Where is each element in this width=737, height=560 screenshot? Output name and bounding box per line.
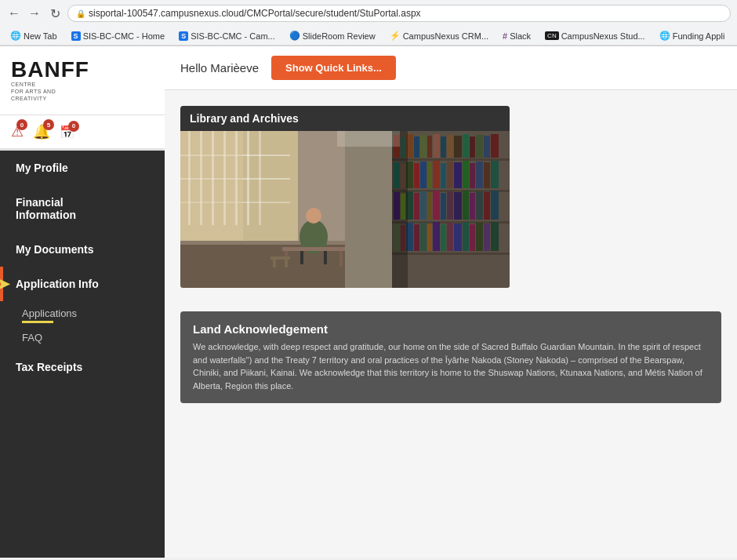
bookmark-slack[interactable]: # Slack	[499, 30, 535, 42]
svg-rect-65	[420, 191, 427, 220]
svg-rect-42	[470, 136, 475, 158]
bookmark-slideroom[interactable]: 🔵 SlideRoom Review	[285, 29, 379, 42]
bookmark-funding[interactable]: 🌐 Funding Appli	[655, 29, 729, 42]
bookmarks-bar: 🌐 New Tab S SIS-BC-CMC - Home S SIS-BC-C…	[0, 27, 737, 45]
svg-rect-45	[491, 134, 499, 158]
svg-rect-72	[470, 193, 475, 220]
svg-rect-52	[433, 161, 440, 188]
svg-rect-53	[441, 163, 446, 188]
svg-rect-39	[447, 135, 453, 158]
svg-rect-60	[491, 161, 499, 188]
svg-rect-34	[414, 136, 419, 158]
svg-rect-70	[454, 192, 462, 220]
svg-rect-79	[414, 224, 419, 251]
bookmark-sis-cam[interactable]: S SIS-BC-CMC - Cam...	[175, 30, 279, 42]
svg-rect-36	[427, 136, 432, 158]
svg-rect-51	[427, 162, 432, 188]
library-svg	[180, 131, 510, 288]
content-area: Library and Archives	[165, 90, 737, 419]
svg-rect-82	[433, 222, 440, 251]
sidebar-item-my-documents[interactable]: My Documents	[0, 232, 165, 267]
bell-badge: 5	[43, 119, 54, 130]
svg-rect-50	[420, 162, 427, 188]
svg-rect-75	[491, 191, 499, 220]
logo-area: BANFF CENTREFOR ARTS ANDCREATIVITY	[0, 46, 165, 115]
svg-rect-35	[420, 135, 427, 158]
library-card: Library and Archives	[180, 106, 510, 288]
sidebar-subitem-faq[interactable]: FAQ	[0, 325, 165, 350]
calendar-badge: 0	[68, 121, 79, 132]
page-container: BANFF CENTREFOR ARTS ANDCREATIVITY ⚠ 0 🔔…	[0, 46, 737, 558]
land-acknowledgement: Land Acknowledgement We acknowledge, wit…	[180, 311, 721, 403]
logo-subtitle: CENTREFOR ARTS ANDCREATIVITY	[11, 81, 154, 102]
forward-button[interactable]: →	[27, 5, 42, 21]
svg-rect-56	[463, 161, 469, 188]
svg-rect-19	[324, 250, 327, 264]
svg-rect-23	[270, 256, 290, 260]
sidebar-item-financial-info[interactable]: FinancialInformation	[0, 185, 165, 232]
svg-rect-37	[433, 134, 440, 158]
svg-rect-88	[476, 223, 483, 251]
warning-badge: 0	[16, 119, 27, 130]
svg-rect-87	[470, 224, 475, 251]
top-bar: Hello Marièeve Show Quick Links...	[165, 46, 737, 90]
svg-rect-80	[420, 223, 427, 251]
svg-rect-18	[300, 250, 303, 264]
back-button[interactable]: ←	[6, 5, 22, 21]
svg-rect-74	[484, 192, 490, 220]
address-bar[interactable]: 🔒 sisportal-100547.campusnexus.cloud/CMC…	[67, 5, 731, 22]
sidebar: BANFF CENTREFOR ARTS ANDCREATIVITY ⚠ 0 🔔…	[0, 46, 165, 558]
svg-rect-91	[392, 131, 408, 288]
bookmark-campusnexus-crm[interactable]: ⚡ CampusNexus CRM...	[386, 29, 492, 42]
svg-rect-59	[484, 162, 490, 188]
svg-rect-54	[447, 162, 453, 188]
logo-banff: BANFF	[11, 59, 154, 81]
svg-rect-44	[484, 136, 490, 158]
browser-toolbar: ← → ↻ 🔒 sisportal-100547.campusnexus.clo…	[0, 0, 737, 27]
library-image	[180, 131, 510, 288]
svg-rect-90	[491, 222, 499, 251]
sidebar-item-application-info[interactable]: ➤ Application Info	[0, 267, 165, 301]
svg-rect-64	[414, 193, 419, 220]
warning-notification[interactable]: ⚠ 0	[11, 123, 24, 140]
notification-bar: ⚠ 0 🔔 5 📅 0	[0, 115, 165, 151]
svg-point-16	[306, 208, 321, 224]
svg-rect-93	[337, 131, 400, 147]
calendar-notification[interactable]: 📅 0	[60, 125, 75, 140]
svg-rect-24	[273, 260, 276, 267]
svg-rect-71	[463, 191, 469, 220]
sidebar-item-my-profile[interactable]: My Profile	[0, 151, 165, 185]
svg-rect-41	[463, 134, 469, 158]
refresh-button[interactable]: ↻	[47, 5, 63, 21]
svg-rect-68	[441, 193, 446, 220]
svg-rect-92	[345, 131, 392, 288]
main-content: Hello Marièeve Show Quick Links... Libra…	[165, 46, 737, 558]
sidebar-item-tax-receipts[interactable]: Tax Receipts	[0, 350, 165, 384]
lock-icon: 🔒	[76, 9, 85, 18]
bookmark-new-tab[interactable]: 🌐 New Tab	[6, 29, 61, 42]
svg-rect-89	[484, 224, 490, 251]
land-ack-text: We acknowledge, with deep respect and gr…	[193, 340, 709, 392]
browser-chrome: ← → ↻ 🔒 sisportal-100547.campusnexus.clo…	[0, 0, 737, 46]
nav-menu: My Profile FinancialInformation My Docum…	[0, 151, 165, 384]
svg-rect-84	[447, 223, 453, 251]
svg-rect-40	[454, 136, 462, 158]
greeting-text: Hello Marièeve	[180, 61, 259, 75]
sidebar-subitem-applications[interactable]: Applications	[0, 301, 165, 325]
svg-rect-58	[476, 162, 483, 188]
svg-rect-20	[282, 247, 345, 251]
svg-rect-25	[285, 260, 288, 267]
library-card-header: Library and Archives	[180, 106, 510, 131]
svg-rect-49	[414, 163, 419, 188]
bookmark-campusnexus-stud[interactable]: CN CampusNexus Stud...	[541, 30, 649, 42]
svg-rect-30	[392, 253, 510, 255]
library-card-title: Library and Archives	[190, 112, 299, 125]
land-ack-title: Land Acknowledgement	[193, 322, 709, 336]
bookmark-sis-home[interactable]: S SIS-BC-CMC - Home	[67, 30, 169, 42]
svg-rect-86	[463, 222, 469, 251]
svg-rect-81	[427, 224, 432, 251]
svg-rect-66	[427, 192, 432, 220]
quick-links-button[interactable]: Show Quick Links...	[271, 56, 396, 80]
bell-notification[interactable]: 🔔 5	[33, 123, 50, 140]
url-text: sisportal-100547.campusnexus.cloud/CMCPo…	[89, 8, 421, 19]
